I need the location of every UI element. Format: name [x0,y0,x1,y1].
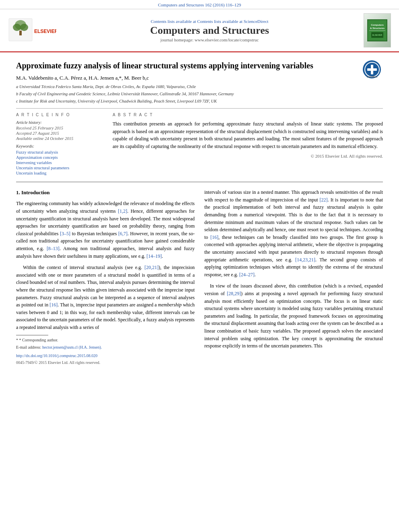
footnote-star-symbol: * [16,338,19,342]
accepted-date: Accepted 27 August 2015 [16,131,105,136]
keyword-2: Approximation concepts [16,155,105,160]
received-date: Received 25 February 2015 [16,126,105,130]
body-col-left: 1. Introduction The engineering communit… [16,189,195,366]
svg-text:CrossMark: CrossMark [367,76,377,78]
ref-8-13: [8–13] [47,246,60,251]
intro-col2-p1: intervals of various size in a nested ma… [204,189,383,278]
section-name: Introduction [21,189,50,195]
body-content: 1. Introduction The engineering communit… [16,189,383,366]
intro-p2: Within the context of interval structura… [16,264,195,331]
ref-28-29: [28,29] [227,291,241,296]
abstract-section: A B S T R A C T This contribution presen… [113,113,383,176]
crossmark-icon: CrossMark [363,60,381,78]
article-content: Approximate fuzzy analysis of linear str… [0,52,399,374]
doi-url: http://dx.doi.org/10.1016/j.compstruc.20… [16,353,195,359]
keyword-4: Uncertain structural parameters [16,166,105,170]
journal-cover-icon: Computers & Structures ELSEVIER [367,19,387,41]
intro-p1: The engineering community has widely ack… [16,200,195,260]
header-left: ELSEVIER [8,18,60,43]
svg-point-3 [20,24,28,31]
body-col-right: intervals of various size in a nested ma… [204,189,383,366]
svg-text:Computers: Computers [371,24,384,26]
svg-text:ELSEVIER: ELSEVIER [34,29,56,34]
affiliation-c: c Institute for Risk and Uncertainty, Un… [16,98,383,105]
basic-word: basic [249,328,259,334]
affiliations: a Universidad Técnica Federico Santa Mar… [16,84,383,104]
elsevier-logo-icon: ELSEVIER [8,18,56,42]
keywords-section: Keywords: Fuzzy structural analysis Appr… [16,144,105,175]
article-info-heading: A R T I C L E I N F O [16,113,105,117]
svg-rect-4 [19,31,22,35]
keyword-3: Intervening variables [16,160,105,165]
author-names: M.A. Valdebenito a, C.A. Pérez a, H.A. J… [16,75,149,81]
sciencedirect-link[interactable]: Contents lists available at ScienceDirec… [197,19,268,24]
sciencedirect-text: Contents lists available at Contents lis… [60,19,359,24]
header-divider [16,108,383,109]
header-right: Computers & Structures ELSEVIER [359,13,391,47]
body-divider [16,182,383,182]
history-heading: Article history: [16,120,105,125]
top-bar: Computers and Structures 162 (2016) 116–… [0,0,399,9]
ref-3-5: [3–5] [60,231,70,236]
ref-14-19: [14–19] [146,253,162,259]
keyword-1: Fuzzy structural analysis [16,150,105,154]
available-date: Available online 24 October 2015 [16,136,105,141]
ref-1-2: [1,2] [118,208,127,214]
journal-citation: Computers and Structures 162 (2016) 116–… [158,2,241,7]
footnote-corresponding-text: * Corresponding author. [19,338,58,342]
authors-line: M.A. Valdebenito a, C.A. Pérez a, H.A. J… [16,75,383,81]
ref-24-27: [24–27] [239,272,255,277]
doi-links: http://dx.doi.org/10.1016/j.compstruc.20… [16,353,195,366]
keywords-heading: Keywords: [16,144,105,148]
ref-22: [22] [320,197,328,203]
footnote-divider [16,335,48,335]
journal-title: Computers and Structures [60,25,359,37]
footnote-corresponding: * * Corresponding author. [16,337,195,343]
article-info-section: A R T I C L E I N F O Article history: R… [16,113,105,176]
ref-20-21: [20,21] [144,265,158,270]
abstract-copyright: © 2015 Elsevier Ltd. All rights reserved… [113,154,383,158]
journal-homepage: journal homepage: www.elsevier.com/locat… [60,37,359,42]
doi-copyright: 0045-7949/© 2015 Elsevier Ltd. All right… [16,359,195,366]
svg-text:& Structures: & Structures [370,27,385,29]
ref-6-7: [6,7] [118,231,128,236]
section1-title: 1. Introduction [16,189,195,197]
journal-thumbnail: Computers & Structures ELSEVIER [364,13,391,47]
email-address: hector.jensen@usm.cl (H.A. Jensen). [42,345,102,349]
journal-header: ELSEVIER Contents lists available at Con… [0,9,399,52]
affiliation-b: b Faculty of Civil Engineering and Geode… [16,91,383,97]
abstract-heading: A B S T R A C T [113,113,383,117]
email-label: E-mail address: [16,345,41,349]
article-history-block: Article history: Received 25 February 20… [16,120,105,141]
keyword-5: Uncertain loading [16,171,105,175]
section-number: 1. [16,189,21,195]
crossmark-badge: CrossMark [363,60,383,80]
ref-14-23-21: [14,23,21] [295,257,315,263]
affiliation-a: a Universidad Técnica Federico Santa Mar… [16,84,383,90]
ref-16b: [16] [210,234,218,240]
intro-col2-p2: In view of the issues discussed above, t… [204,282,383,349]
footnote-email: E-mail address: hector.jensen@usm.cl (H.… [16,344,195,351]
info-abstract-row: A R T I C L E I N F O Article history: R… [16,113,383,176]
header-center: Contents lists available at Contents lis… [60,19,359,42]
svg-point-2 [13,24,21,31]
article-title-container: Approximate fuzzy analysis of linear str… [16,60,383,71]
svg-rect-17 [367,68,377,71]
svg-text:ELSEVIER: ELSEVIER [372,34,383,36]
article-title: Approximate fuzzy analysis of linear str… [16,60,355,71]
ref-16: [16] [49,302,58,308]
abstract-text: This contribution presents an approach f… [113,120,383,150]
